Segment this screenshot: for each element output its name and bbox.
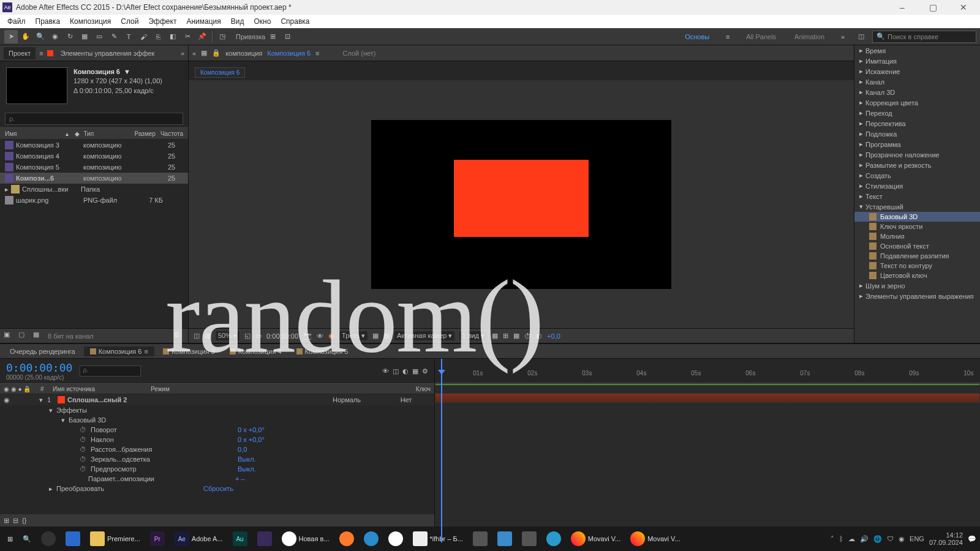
tl-tab-renderqueue[interactable]: Очередь рендеринга	[4, 347, 81, 356]
col-freq-header[interactable]: Частота	[160, 130, 183, 137]
workspace-menu-icon[interactable]: ≡	[721, 30, 734, 43]
work-area-bar[interactable]	[435, 383, 980, 386]
menu-help[interactable]: Справка	[276, 16, 314, 27]
prop-group-transform[interactable]: ▸ПреобразоватьСбросить	[0, 484, 434, 493]
motion-blur-icon[interactable]: ◐	[402, 367, 409, 375]
workspace-overflow-icon[interactable]: »	[836, 30, 850, 43]
tray-bluetooth-icon[interactable]: ᛒ	[839, 535, 843, 542]
taskbar-app[interactable]	[254, 529, 276, 549]
stopwatch-icon[interactable]: ⏱	[80, 455, 88, 463]
menu-edit[interactable]: Правка	[31, 16, 66, 27]
lock-icon[interactable]: 🔒	[212, 49, 221, 57]
effect-category-obsolete[interactable]: ▾Устаревший	[854, 201, 980, 212]
comp-dropdown-icon[interactable]: ▼	[124, 67, 130, 77]
language-indicator[interactable]: ENG	[910, 535, 924, 542]
rotate-tool[interactable]: ↻	[63, 30, 77, 43]
parent-dropdown[interactable]: Нет	[382, 396, 431, 403]
current-time-display[interactable]: 0:00:00:00	[266, 332, 298, 340]
timeline-tracks-area[interactable]: 01s 02s 03s 04s 05s 06s 07s 08s 09s 10s	[435, 359, 980, 527]
fast-preview-icon[interactable]: ▦	[372, 332, 379, 340]
exposure-value[interactable]: +0,0	[547, 332, 560, 340]
camera-dropdown[interactable]: Активная камер ▾	[394, 331, 455, 340]
tray-cloud-icon[interactable]: ☁	[848, 535, 855, 543]
layer-duration-bar[interactable]	[435, 393, 980, 403]
effect-item[interactable]: Подавление разлития	[854, 251, 980, 261]
source-name-header[interactable]: Имя источника	[53, 386, 151, 392]
tray-volume-icon[interactable]: 🔊	[860, 535, 869, 543]
taskbar-app[interactable]	[469, 529, 491, 549]
project-item[interactable]: Компози...6композицию25	[0, 173, 188, 184]
tl-tab-comp5[interactable]: Композиция 5	[290, 347, 355, 356]
project-item[interactable]: ▸Сплошны...вкиПапка	[0, 184, 188, 195]
effect-category[interactable]: ▸Коррекция цвета	[854, 97, 980, 108]
flowchart-icon[interactable]: ▦	[201, 49, 207, 57]
effect-item[interactable]: Основной текст	[854, 241, 980, 251]
project-item[interactable]: Композиция 5композицию25	[0, 162, 188, 173]
stopwatch-icon[interactable]: ⏱	[80, 426, 88, 433]
project-item[interactable]: Композиция 4композицию25	[0, 151, 188, 162]
tl-tab-comp4[interactable]: Композиция 4	[224, 347, 288, 356]
views-dropdown[interactable]: 1 вид ▾	[459, 331, 487, 340]
effect-category[interactable]: ▸Переход	[854, 108, 980, 118]
tab-project[interactable]: Проект	[4, 47, 36, 59]
effect-category[interactable]: ▸Канал 3D	[854, 87, 980, 97]
taskbar-app[interactable]: Новая в...	[278, 529, 333, 549]
taskbar-app[interactable]	[494, 529, 516, 549]
alpha-icon[interactable]: ◫	[194, 332, 200, 340]
tab-effect-controls[interactable]: Элементы управления эффек	[56, 47, 160, 59]
effect-category[interactable]: ▸Подложка	[854, 129, 980, 139]
stopwatch-icon[interactable]: ⏱	[80, 446, 88, 453]
pixel-aspect-icon[interactable]: ▦	[492, 332, 498, 340]
info-icon[interactable]: ◫	[854, 30, 868, 43]
workspace-essentials[interactable]: Основы	[677, 31, 717, 43]
local-axis-icon[interactable]: ◳	[216, 30, 229, 43]
new-comp-icon[interactable]: ▦	[33, 331, 44, 342]
toggle-switches-icon[interactable]: ⊞	[4, 517, 9, 525]
color-mgmt-icon[interactable]: ◉	[328, 332, 334, 340]
channel-icon[interactable]: ▦	[205, 332, 211, 340]
taskbar-app[interactable]: Premiere...	[86, 529, 144, 549]
timeline-layer-row[interactable]: ◉ ▾ 1 Сплошна...сный 2 Нормаль Нет	[0, 394, 434, 405]
snapshot-icon[interactable]: 📷	[303, 332, 312, 340]
brush-tool[interactable]: 🖌	[137, 30, 150, 43]
effect-item[interactable]: Ключ яркости	[854, 222, 980, 231]
effect-item[interactable]: Молния	[854, 231, 980, 241]
taskbar-app[interactable]	[336, 529, 358, 549]
project-item[interactable]: шарик.pngPNG-файл7 КБ	[0, 195, 188, 206]
layer-color-swatch[interactable]	[58, 396, 65, 403]
text-tool[interactable]: T	[122, 30, 135, 43]
snap-options[interactable]: ⊡	[281, 30, 294, 43]
timecode-icon[interactable]: ⏱	[524, 332, 531, 340]
taskbar-app[interactable]	[385, 529, 407, 549]
frame-blend-icon[interactable]: ◫	[393, 367, 399, 375]
zoom-tool[interactable]: 🔍	[34, 30, 47, 43]
prop-value[interactable]: 0,0	[238, 446, 247, 453]
taskbar-app[interactable]	[360, 529, 382, 549]
menu-animation[interactable]: Анимация	[181, 16, 225, 27]
effect-category[interactable]: ▸Текст	[854, 191, 980, 201]
render-icon[interactable]: ▦	[513, 332, 519, 340]
3d-view-icon[interactable]: ⊞	[503, 332, 508, 340]
workspace-animation[interactable]: Animation	[787, 31, 832, 43]
prop-compopts[interactable]: Парамет...омпозиции+ –	[0, 474, 434, 484]
effect-category[interactable]: ▸Канал	[854, 77, 980, 87]
parent-header[interactable]: Ключ	[416, 386, 431, 392]
effect-category[interactable]: ▸Создать	[854, 170, 980, 181]
timeline-ruler[interactable]: 01s 02s 03s 04s 05s 06s 07s 08s 09s 10s	[435, 359, 980, 383]
clone-tool[interactable]: ⎘	[151, 30, 165, 43]
comp-thumbnail[interactable]	[6, 67, 67, 104]
prop-preview[interactable]: ⏱ПредпросмотрВыкл.	[0, 464, 434, 474]
taskbar-app[interactable]	[37, 529, 59, 549]
workspace-allpanels[interactable]: All Panels	[739, 31, 783, 43]
stopwatch-icon[interactable]: ⏱	[80, 465, 88, 473]
search-button[interactable]: 🔍	[19, 529, 35, 549]
taskbar-app[interactable]: Pr	[146, 529, 168, 549]
stopwatch-icon[interactable]: ⏱	[80, 436, 88, 443]
menu-window[interactable]: Окно	[249, 16, 276, 27]
taskbar-app[interactable]	[62, 529, 84, 549]
nested-comp-tab[interactable]: Композиция 6	[195, 67, 245, 78]
tray-shield-icon[interactable]: 🛡	[887, 535, 894, 542]
tl-tab-comp6[interactable]: Композиция 6 ≡	[84, 347, 154, 356]
taskbar-app[interactable]	[518, 529, 540, 549]
tray-network-icon[interactable]: 🌐	[873, 535, 882, 543]
